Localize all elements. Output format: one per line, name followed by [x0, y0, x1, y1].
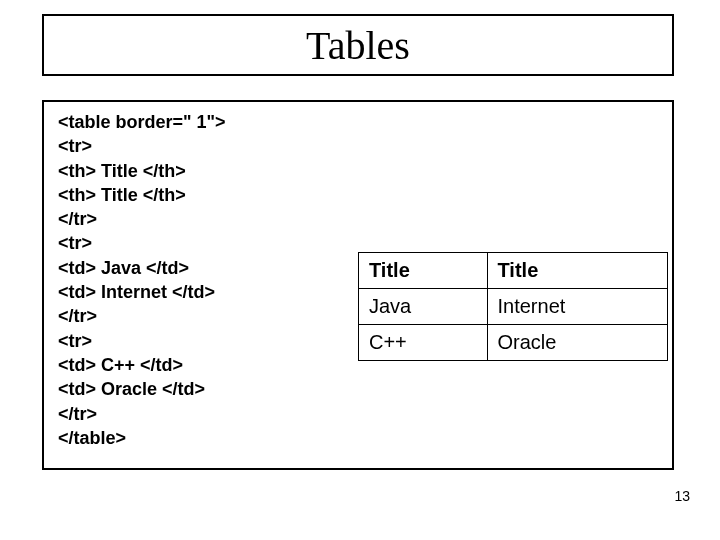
- table-cell: C++: [359, 325, 488, 361]
- slide-title-box: Tables: [42, 14, 674, 76]
- demo-table: Title Title Java Internet C++ Oracle: [358, 252, 668, 361]
- code-line: </table>: [58, 428, 126, 448]
- code-line: </tr>: [58, 404, 97, 424]
- table-cell: Java: [359, 289, 488, 325]
- table-header: Title: [487, 253, 668, 289]
- page-number: 13: [674, 488, 690, 504]
- code-line: <td> Oracle </td>: [58, 379, 205, 399]
- code-line: <tr>: [58, 331, 92, 351]
- table-cell: Oracle: [487, 325, 668, 361]
- code-line: <td> Java </td>: [58, 258, 189, 278]
- table-header: Title: [359, 253, 488, 289]
- table-row: C++ Oracle: [359, 325, 668, 361]
- table-row: Java Internet: [359, 289, 668, 325]
- code-line: </tr>: [58, 306, 97, 326]
- code-line: <th> Title </th>: [58, 185, 186, 205]
- table-row: Title Title: [359, 253, 668, 289]
- table-cell: Internet: [487, 289, 668, 325]
- code-line: <tr>: [58, 233, 92, 253]
- code-line: <tr>: [58, 136, 92, 156]
- code-line: <table border=" 1">: [58, 112, 226, 132]
- slide-title: Tables: [306, 22, 410, 69]
- code-line: <td> C++ </td>: [58, 355, 183, 375]
- content-box: <table border=" 1"> <tr> <th> Title </th…: [42, 100, 674, 470]
- code-line: <td> Internet </td>: [58, 282, 215, 302]
- code-block: <table border=" 1"> <tr> <th> Title </th…: [58, 110, 226, 450]
- code-line: <th> Title </th>: [58, 161, 186, 181]
- code-line: </tr>: [58, 209, 97, 229]
